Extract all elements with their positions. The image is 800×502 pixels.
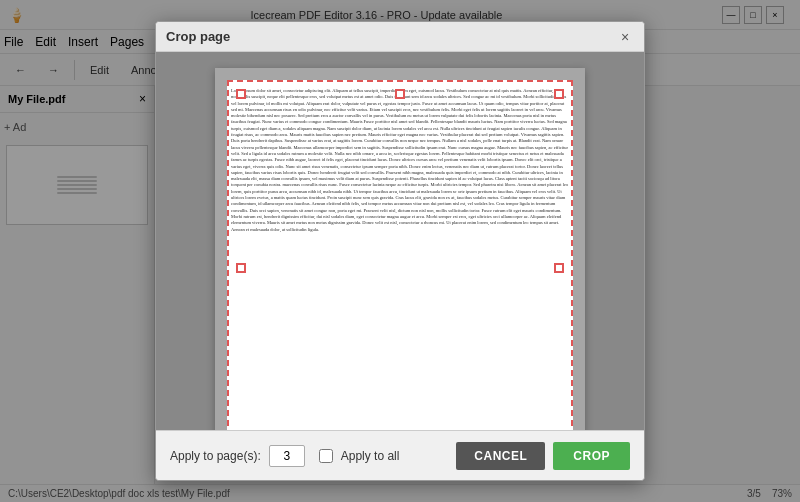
crop-button[interactable]: CROP xyxy=(553,442,630,470)
crop-handle-ml[interactable] xyxy=(236,263,246,273)
apply-to-pages-label: Apply to page(s): xyxy=(170,449,261,463)
crop-handle-mr[interactable] xyxy=(554,263,564,273)
page-number-input[interactable] xyxy=(269,445,305,467)
modal-title: Crop page xyxy=(166,29,230,44)
apply-all-checkbox[interactable] xyxy=(319,449,333,463)
apply-all-label: Apply to all xyxy=(341,449,400,463)
modal-footer: Apply to page(s): Apply to all CANCEL CR… xyxy=(156,430,644,480)
modal-content: Lorem ipsum dolor sit amet, consectetur … xyxy=(156,52,644,430)
pdf-page: Lorem ipsum dolor sit amet, consectetur … xyxy=(215,68,585,430)
crop-modal: Crop page × Lorem ipsum dolor sit amet, … xyxy=(155,21,645,481)
cancel-button[interactable]: CANCEL xyxy=(456,442,545,470)
modal-close-button[interactable]: × xyxy=(616,28,634,46)
crop-handle-tc[interactable] xyxy=(395,89,405,99)
crop-handle-tl[interactable] xyxy=(236,89,246,99)
crop-handle-tr[interactable] xyxy=(554,89,564,99)
modal-overlay: Crop page × Lorem ipsum dolor sit amet, … xyxy=(0,0,800,502)
modal-titlebar: Crop page × xyxy=(156,22,644,52)
